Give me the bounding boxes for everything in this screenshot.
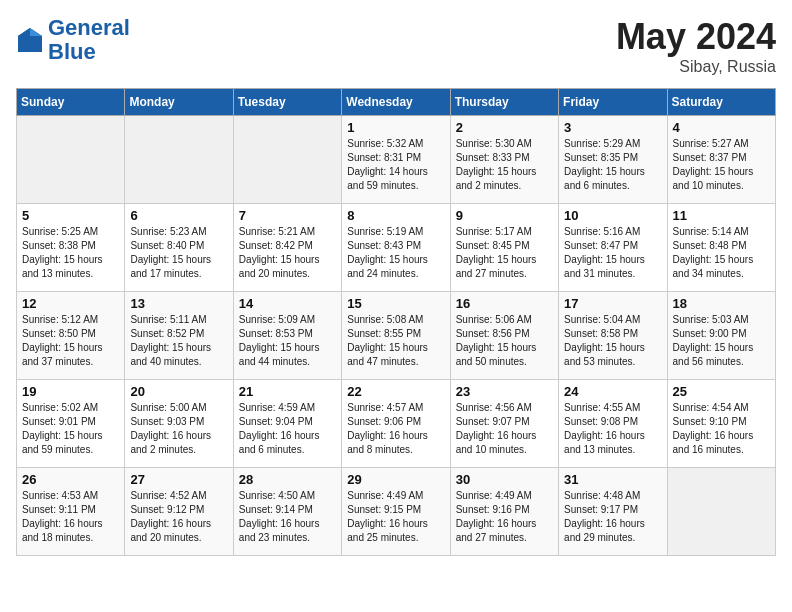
cell-info: Sunrise: 5:02 AM Sunset: 9:01 PM Dayligh…	[22, 401, 119, 457]
calendar-cell: 5Sunrise: 5:25 AM Sunset: 8:38 PM Daylig…	[17, 204, 125, 292]
col-header-monday: Monday	[125, 89, 233, 116]
calendar-cell: 31Sunrise: 4:48 AM Sunset: 9:17 PM Dayli…	[559, 468, 667, 556]
cell-info: Sunrise: 4:50 AM Sunset: 9:14 PM Dayligh…	[239, 489, 336, 545]
col-header-wednesday: Wednesday	[342, 89, 450, 116]
day-number: 19	[22, 384, 119, 399]
cell-info: Sunrise: 5:06 AM Sunset: 8:56 PM Dayligh…	[456, 313, 553, 369]
calendar-cell: 14Sunrise: 5:09 AM Sunset: 8:53 PM Dayli…	[233, 292, 341, 380]
cell-info: Sunrise: 5:23 AM Sunset: 8:40 PM Dayligh…	[130, 225, 227, 281]
logo-line1: General	[48, 16, 130, 40]
week-row-2: 5Sunrise: 5:25 AM Sunset: 8:38 PM Daylig…	[17, 204, 776, 292]
svg-marker-1	[30, 28, 42, 36]
cell-info: Sunrise: 5:32 AM Sunset: 8:31 PM Dayligh…	[347, 137, 444, 193]
calendar-cell: 16Sunrise: 5:06 AM Sunset: 8:56 PM Dayli…	[450, 292, 558, 380]
day-number: 12	[22, 296, 119, 311]
day-number: 24	[564, 384, 661, 399]
day-number: 13	[130, 296, 227, 311]
day-number: 5	[22, 208, 119, 223]
logo-line2: Blue	[48, 40, 130, 64]
day-number: 14	[239, 296, 336, 311]
cell-info: Sunrise: 5:08 AM Sunset: 8:55 PM Dayligh…	[347, 313, 444, 369]
calendar-cell	[17, 116, 125, 204]
calendar-cell: 4Sunrise: 5:27 AM Sunset: 8:37 PM Daylig…	[667, 116, 775, 204]
cell-info: Sunrise: 4:48 AM Sunset: 9:17 PM Dayligh…	[564, 489, 661, 545]
calendar-cell: 6Sunrise: 5:23 AM Sunset: 8:40 PM Daylig…	[125, 204, 233, 292]
day-number: 22	[347, 384, 444, 399]
calendar-cell: 21Sunrise: 4:59 AM Sunset: 9:04 PM Dayli…	[233, 380, 341, 468]
week-row-4: 19Sunrise: 5:02 AM Sunset: 9:01 PM Dayli…	[17, 380, 776, 468]
cell-info: Sunrise: 5:21 AM Sunset: 8:42 PM Dayligh…	[239, 225, 336, 281]
cell-info: Sunrise: 5:30 AM Sunset: 8:33 PM Dayligh…	[456, 137, 553, 193]
cell-info: Sunrise: 5:17 AM Sunset: 8:45 PM Dayligh…	[456, 225, 553, 281]
calendar-cell: 26Sunrise: 4:53 AM Sunset: 9:11 PM Dayli…	[17, 468, 125, 556]
calendar-cell: 13Sunrise: 5:11 AM Sunset: 8:52 PM Dayli…	[125, 292, 233, 380]
calendar-cell: 8Sunrise: 5:19 AM Sunset: 8:43 PM Daylig…	[342, 204, 450, 292]
calendar-cell	[667, 468, 775, 556]
col-header-sunday: Sunday	[17, 89, 125, 116]
calendar-table: SundayMondayTuesdayWednesdayThursdayFrid…	[16, 88, 776, 556]
cell-info: Sunrise: 5:14 AM Sunset: 8:48 PM Dayligh…	[673, 225, 770, 281]
day-number: 10	[564, 208, 661, 223]
logo: General Blue	[16, 16, 130, 64]
cell-info: Sunrise: 5:09 AM Sunset: 8:53 PM Dayligh…	[239, 313, 336, 369]
day-number: 20	[130, 384, 227, 399]
day-number: 11	[673, 208, 770, 223]
week-row-1: 1Sunrise: 5:32 AM Sunset: 8:31 PM Daylig…	[17, 116, 776, 204]
cell-info: Sunrise: 4:56 AM Sunset: 9:07 PM Dayligh…	[456, 401, 553, 457]
col-header-tuesday: Tuesday	[233, 89, 341, 116]
calendar-cell: 1Sunrise: 5:32 AM Sunset: 8:31 PM Daylig…	[342, 116, 450, 204]
page-header: General Blue May 2024 Sibay, Russia	[16, 16, 776, 76]
day-number: 1	[347, 120, 444, 135]
calendar-cell: 27Sunrise: 4:52 AM Sunset: 9:12 PM Dayli…	[125, 468, 233, 556]
calendar-cell	[125, 116, 233, 204]
cell-info: Sunrise: 4:53 AM Sunset: 9:11 PM Dayligh…	[22, 489, 119, 545]
day-number: 21	[239, 384, 336, 399]
cell-info: Sunrise: 5:19 AM Sunset: 8:43 PM Dayligh…	[347, 225, 444, 281]
cell-info: Sunrise: 4:49 AM Sunset: 9:15 PM Dayligh…	[347, 489, 444, 545]
week-row-5: 26Sunrise: 4:53 AM Sunset: 9:11 PM Dayli…	[17, 468, 776, 556]
calendar-cell: 9Sunrise: 5:17 AM Sunset: 8:45 PM Daylig…	[450, 204, 558, 292]
cell-info: Sunrise: 5:00 AM Sunset: 9:03 PM Dayligh…	[130, 401, 227, 457]
cell-info: Sunrise: 5:04 AM Sunset: 8:58 PM Dayligh…	[564, 313, 661, 369]
cell-info: Sunrise: 4:54 AM Sunset: 9:10 PM Dayligh…	[673, 401, 770, 457]
day-number: 15	[347, 296, 444, 311]
day-number: 28	[239, 472, 336, 487]
calendar-cell: 30Sunrise: 4:49 AM Sunset: 9:16 PM Dayli…	[450, 468, 558, 556]
calendar-cell: 3Sunrise: 5:29 AM Sunset: 8:35 PM Daylig…	[559, 116, 667, 204]
day-number: 31	[564, 472, 661, 487]
cell-info: Sunrise: 5:16 AM Sunset: 8:47 PM Dayligh…	[564, 225, 661, 281]
cell-info: Sunrise: 5:12 AM Sunset: 8:50 PM Dayligh…	[22, 313, 119, 369]
calendar-cell: 11Sunrise: 5:14 AM Sunset: 8:48 PM Dayli…	[667, 204, 775, 292]
calendar-cell: 18Sunrise: 5:03 AM Sunset: 9:00 PM Dayli…	[667, 292, 775, 380]
header-row: SundayMondayTuesdayWednesdayThursdayFrid…	[17, 89, 776, 116]
calendar-cell: 12Sunrise: 5:12 AM Sunset: 8:50 PM Dayli…	[17, 292, 125, 380]
col-header-friday: Friday	[559, 89, 667, 116]
calendar-cell: 24Sunrise: 4:55 AM Sunset: 9:08 PM Dayli…	[559, 380, 667, 468]
day-number: 2	[456, 120, 553, 135]
cell-info: Sunrise: 5:29 AM Sunset: 8:35 PM Dayligh…	[564, 137, 661, 193]
calendar-cell: 29Sunrise: 4:49 AM Sunset: 9:15 PM Dayli…	[342, 468, 450, 556]
day-number: 6	[130, 208, 227, 223]
day-number: 26	[22, 472, 119, 487]
day-number: 30	[456, 472, 553, 487]
cell-info: Sunrise: 4:57 AM Sunset: 9:06 PM Dayligh…	[347, 401, 444, 457]
day-number: 29	[347, 472, 444, 487]
day-number: 4	[673, 120, 770, 135]
cell-info: Sunrise: 4:55 AM Sunset: 9:08 PM Dayligh…	[564, 401, 661, 457]
calendar-cell: 20Sunrise: 5:00 AM Sunset: 9:03 PM Dayli…	[125, 380, 233, 468]
calendar-cell	[233, 116, 341, 204]
calendar-cell: 28Sunrise: 4:50 AM Sunset: 9:14 PM Dayli…	[233, 468, 341, 556]
svg-marker-2	[18, 28, 30, 36]
cell-info: Sunrise: 5:27 AM Sunset: 8:37 PM Dayligh…	[673, 137, 770, 193]
day-number: 23	[456, 384, 553, 399]
calendar-cell: 23Sunrise: 4:56 AM Sunset: 9:07 PM Dayli…	[450, 380, 558, 468]
day-number: 27	[130, 472, 227, 487]
week-row-3: 12Sunrise: 5:12 AM Sunset: 8:50 PM Dayli…	[17, 292, 776, 380]
calendar-cell: 17Sunrise: 5:04 AM Sunset: 8:58 PM Dayli…	[559, 292, 667, 380]
cell-info: Sunrise: 5:03 AM Sunset: 9:00 PM Dayligh…	[673, 313, 770, 369]
day-number: 9	[456, 208, 553, 223]
day-number: 16	[456, 296, 553, 311]
day-number: 3	[564, 120, 661, 135]
calendar-cell: 7Sunrise: 5:21 AM Sunset: 8:42 PM Daylig…	[233, 204, 341, 292]
calendar-cell: 25Sunrise: 4:54 AM Sunset: 9:10 PM Dayli…	[667, 380, 775, 468]
